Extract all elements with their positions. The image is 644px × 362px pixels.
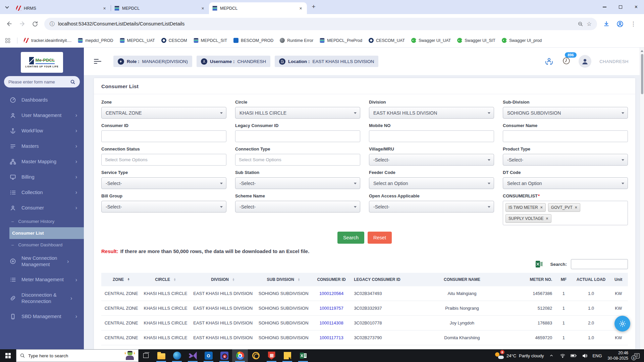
profile-button[interactable]	[614, 18, 626, 30]
wifi-button[interactable]	[559, 352, 566, 360]
division-select[interactable]: EAST KHASI HILLS DIVISION	[369, 107, 494, 119]
reload-button[interactable]	[29, 18, 41, 30]
start-button[interactable]	[0, 349, 16, 362]
avatar[interactable]	[579, 55, 591, 68]
feeder-code-select[interactable]: Select an Option	[369, 177, 494, 189]
col-circle[interactable]: CIRCLE▲▼	[141, 273, 190, 286]
sidebar-item-user-management[interactable]: User Management ›	[0, 108, 84, 123]
taskbar-edge[interactable]	[169, 349, 185, 362]
sidebar-item-sbd-management[interactable]: SBD Management ›	[0, 309, 84, 324]
chip-is-two-meter[interactable]: IS TWO METER×	[505, 203, 546, 212]
chip-close-icon[interactable]: ×	[540, 205, 543, 210]
consumer-name-input[interactable]	[503, 130, 628, 142]
consumerlist-multiselect[interactable]: IS TWO METER× GOVT_PVT× SUPPLY VOLTAGE×	[503, 201, 628, 225]
col-sub-division[interactable]: SUB DIVISION▲▼	[256, 273, 311, 286]
consumer-id-link[interactable]: 1000114308	[319, 320, 343, 325]
col-legacy-consumer-id[interactable]: LEGACY CONSUMER ID	[352, 273, 413, 286]
reset-button[interactable]: Reset	[368, 232, 392, 244]
tray-overflow-button[interactable]	[548, 352, 555, 360]
taskbar-search-input[interactable]	[28, 353, 135, 358]
col-consumer-name[interactable]: CONSUMER NAME	[413, 273, 511, 286]
maximize-button[interactable]	[612, 0, 628, 14]
volume-button[interactable]	[581, 352, 588, 360]
scroll-up-icon[interactable]	[641, 50, 643, 52]
bookmark-item[interactable]: CESCOM_UAT	[369, 38, 405, 43]
forward-button[interactable]	[16, 18, 28, 30]
minimize-button[interactable]	[597, 0, 612, 14]
bookmark-item[interactable]: Swagger UI_UAT	[411, 38, 451, 43]
sidebar-item-consumer[interactable]: Consumer ›	[0, 200, 84, 216]
bookmark-star-icon[interactable]: ☆	[587, 20, 592, 27]
browser-menu-button[interactable]: ⋮	[627, 18, 639, 30]
taskbar-sticky-notes[interactable]	[279, 349, 295, 362]
bookmark-item[interactable]: Runtime Error	[280, 38, 313, 43]
table-search-input[interactable]	[571, 259, 628, 269]
col-unit[interactable]: Unit	[609, 273, 628, 286]
sidebar-search-input[interactable]	[8, 79, 67, 84]
taskbar-outlook[interactable]: O	[201, 349, 216, 362]
excel-export-icon[interactable]	[535, 260, 543, 268]
task-view-button[interactable]	[139, 349, 153, 362]
col-meter-no[interactable]: METER NO.	[511, 273, 554, 286]
taskbar-excel[interactable]	[295, 349, 311, 362]
col-division[interactable]: DIVISION▲▼	[190, 273, 256, 286]
mobile-no-input[interactable]	[369, 130, 494, 142]
village-mru-select[interactable]: -Select-	[369, 154, 494, 166]
sidebar-item-billing[interactable]: Billing ›	[0, 169, 84, 185]
bookmark-item[interactable]: BESCOM_PROD	[233, 38, 273, 43]
bookmark-item[interactable]: MEPDCL_SIT	[194, 38, 227, 43]
sidebar-search[interactable]	[4, 76, 80, 87]
tab-mepdcl-2-active[interactable]: MEPDCL ×	[209, 2, 307, 14]
bookmark-item[interactable]: CESCOM	[161, 38, 187, 43]
language-indicator[interactable]: ENG	[592, 353, 602, 358]
taskbar-search[interactable]	[16, 349, 139, 362]
sidebar-item-masters[interactable]: Masters ›	[0, 138, 84, 154]
bookmark-item[interactable]: MEPDCL_PreProd	[320, 38, 362, 43]
url-text[interactable]: localhost:53432/ConsumerListDetails/Cons…	[58, 21, 574, 26]
taskbar-file-explorer[interactable]	[153, 349, 169, 362]
action-center-button[interactable]: 1	[633, 352, 641, 360]
product-type-select[interactable]: -Select-	[503, 154, 628, 166]
settings-fab[interactable]	[614, 316, 630, 331]
close-window-button[interactable]: ×	[628, 0, 644, 14]
circle-select[interactable]: KHASI HILLS CIRCLE	[235, 107, 360, 119]
address-bar[interactable]: ⓘ localhost:53432/ConsumerListDetails/Co…	[44, 18, 597, 30]
taskbar-yellow-app[interactable]	[248, 349, 264, 362]
sidebar-item-meter-management[interactable]: Meter Management ›	[0, 272, 84, 288]
page-scrollbar[interactable]	[640, 48, 644, 349]
chip-close-icon[interactable]: ×	[546, 216, 548, 221]
bookmark-item[interactable]: MEPDCL_UAT	[120, 38, 155, 43]
col-actual-load[interactable]: ACTUAL LOAD	[573, 273, 609, 286]
search-highlight-character[interactable]	[124, 350, 136, 362]
scrollbar-thumb[interactable]	[641, 54, 643, 94]
taskbar-chrome-active[interactable]	[232, 349, 248, 362]
sidebar-item-workflow[interactable]: WorkFlow ›	[0, 123, 84, 138]
profile-name[interactable]: CHANDRESH	[599, 59, 629, 64]
tab-search-button[interactable]	[3, 3, 11, 11]
legacy-consumer-id-input[interactable]	[235, 130, 360, 142]
zone-select[interactable]: CENTRAL ZONE	[101, 107, 226, 119]
weather-widget[interactable]: 8 24°C Partly cloudy	[495, 352, 544, 360]
chip-supply-voltage[interactable]: SUPPLY VOLTAGE×	[505, 214, 551, 223]
battery-button[interactable]	[570, 352, 577, 360]
chip-govt-pvt[interactable]: GOVT_PVT×	[548, 203, 580, 212]
scheme-name-select[interactable]: -Select-	[235, 201, 360, 213]
bookmark-item[interactable]: mepdcl_PROD	[78, 38, 113, 43]
connection-type-multiselect[interactable]	[235, 154, 360, 166]
sidebar-item-consumer-dashboard[interactable]: – Consumer Dashboard	[0, 239, 84, 251]
bookmark-item[interactable]: Swagger UI_SIT	[457, 38, 495, 43]
zoom-indicator-icon[interactable]	[578, 21, 583, 27]
consumer-id-link[interactable]: 1000120564	[319, 291, 343, 296]
new-tab-button[interactable]: +	[309, 2, 318, 11]
switch-user-icon[interactable]	[544, 57, 554, 66]
sub-station-select[interactable]: -Select-	[235, 177, 360, 189]
chip-close-icon[interactable]: ×	[575, 205, 577, 210]
back-button[interactable]	[3, 18, 15, 30]
tab-mepdcl-1[interactable]: MEPDCL ×	[111, 2, 209, 14]
sidebar-toggle-button[interactable]	[94, 59, 101, 64]
site-info-icon[interactable]: ⓘ	[50, 21, 55, 27]
consumer-id-input[interactable]	[101, 130, 226, 142]
consumer-id-link[interactable]: 1000117713	[319, 335, 343, 340]
taskbar-visual-studio[interactable]	[185, 349, 201, 362]
dt-code-select[interactable]: Select an Option	[503, 177, 628, 189]
